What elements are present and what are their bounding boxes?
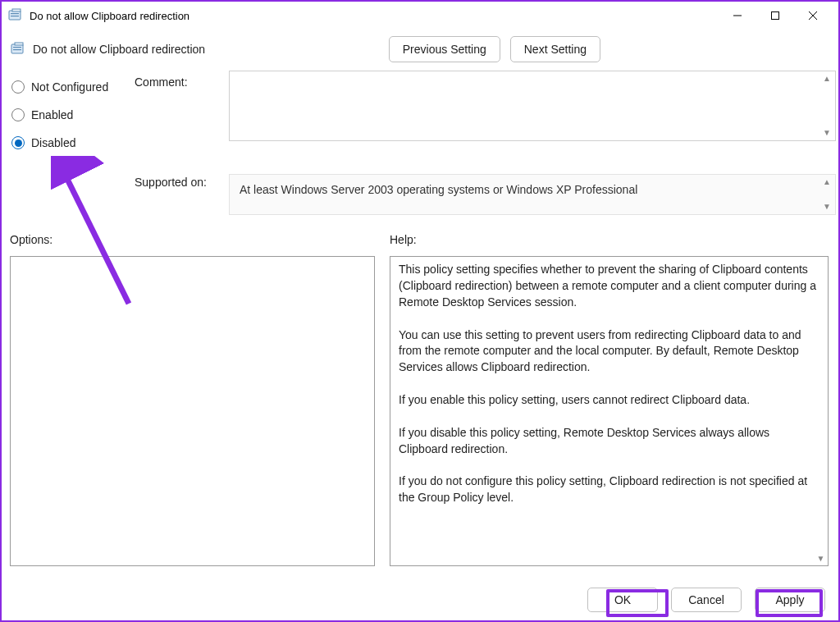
help-text: This policy setting specifies whether to… xyxy=(399,262,819,506)
radio-icon xyxy=(11,108,25,121)
scroll-down-icon[interactable]: ▼ xyxy=(821,127,833,139)
comment-label: Comment: xyxy=(135,71,229,141)
titlebar: Do not allow Clipboard redirection xyxy=(2,2,838,30)
svg-rect-3 xyxy=(11,16,19,16)
header-strip: Do not allow Clipboard redirection Previ… xyxy=(2,30,838,71)
scroll-down-icon: ▼ xyxy=(814,554,828,565)
state-radio-group: Not Configured Enabled Disabled xyxy=(11,71,135,164)
scroll-up-icon[interactable]: ▲ xyxy=(821,73,833,85)
previous-setting-button[interactable]: Previous Setting xyxy=(389,36,500,62)
radio-label: Enabled xyxy=(31,108,73,121)
maximize-button[interactable] xyxy=(756,3,794,28)
nav-buttons: Previous Setting Next Setting xyxy=(389,36,600,62)
supported-on-value: At least Windows Server 2003 operating s… xyxy=(240,183,637,196)
svg-rect-8 xyxy=(11,44,23,53)
options-box xyxy=(10,256,375,566)
supported-on-label: Supported on: xyxy=(135,171,229,215)
close-button[interactable] xyxy=(794,3,832,28)
radio-not-configured[interactable]: Not Configured xyxy=(11,80,135,94)
radio-label: Disabled xyxy=(31,136,75,149)
close-icon xyxy=(808,11,818,21)
minimize-icon xyxy=(733,11,742,21)
svg-rect-9 xyxy=(15,43,23,45)
help-label: Help: xyxy=(390,233,829,246)
svg-rect-10 xyxy=(13,47,21,48)
svg-rect-5 xyxy=(772,12,779,20)
window-controls xyxy=(719,3,832,28)
comment-textarea[interactable]: ▲ ▼ xyxy=(229,71,836,141)
radio-disabled[interactable]: Disabled xyxy=(11,136,135,149)
policy-icon xyxy=(10,41,26,57)
radio-enabled[interactable]: Enabled xyxy=(11,108,135,121)
svg-rect-1 xyxy=(12,9,21,11)
radio-icon xyxy=(11,136,25,149)
options-section: Options: xyxy=(10,233,375,566)
policy-icon xyxy=(8,8,23,23)
supported-on-box: At least Windows Server 2003 operating s… xyxy=(229,174,836,215)
help-scrollbar[interactable]: ▼ xyxy=(814,257,828,565)
cancel-button[interactable]: Cancel xyxy=(671,588,742,612)
footer-buttons: OK Cancel Apply xyxy=(587,588,825,612)
radio-icon xyxy=(11,80,25,94)
next-setting-button[interactable]: Next Setting xyxy=(510,36,600,62)
help-section: Help: This policy setting specifies whet… xyxy=(390,233,829,566)
maximize-icon xyxy=(770,11,780,21)
svg-rect-11 xyxy=(13,49,21,50)
apply-button[interactable]: Apply xyxy=(755,588,825,612)
minimize-button[interactable] xyxy=(719,3,756,28)
svg-rect-2 xyxy=(11,13,19,14)
help-box: This policy setting specifies whether to… xyxy=(390,256,829,566)
policy-title: Do not allow Clipboard redirection xyxy=(33,43,205,56)
options-label: Options: xyxy=(10,233,375,246)
lower-area: Options: Help: This policy setting speci… xyxy=(2,215,838,566)
scroll-up-icon[interactable]: ▲ xyxy=(821,176,833,188)
upper-area: Not Configured Enabled Disabled Comment:… xyxy=(2,71,838,215)
window-title: Do not allow Clipboard redirection xyxy=(30,10,189,22)
svg-rect-0 xyxy=(9,11,21,20)
scroll-down-icon[interactable]: ▼ xyxy=(821,201,833,213)
ok-button[interactable]: OK xyxy=(587,588,658,612)
radio-label: Not Configured xyxy=(31,80,108,94)
